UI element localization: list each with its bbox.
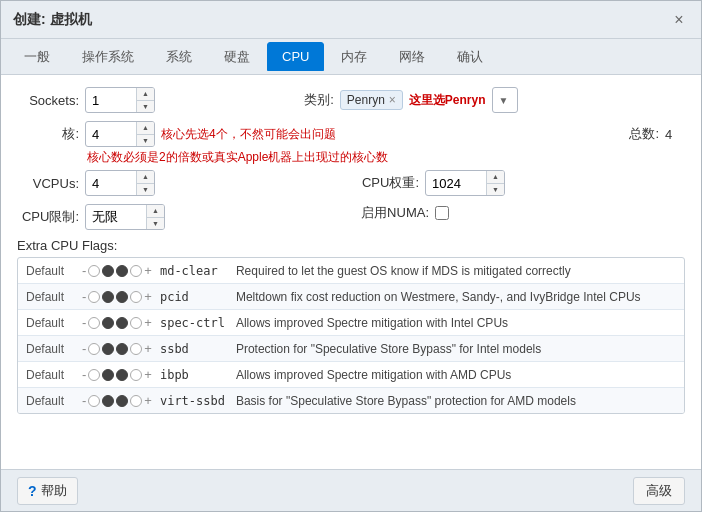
flag-circle-2-3[interactable] bbox=[130, 317, 142, 329]
flag-circle-2-2[interactable] bbox=[116, 317, 128, 329]
advanced-button[interactable]: 高级 bbox=[633, 477, 685, 505]
sockets-spin-down[interactable]: ▼ bbox=[137, 101, 154, 114]
sockets-category-row: Sockets: ▲ ▼ 类别: Penryn × 这里选Penryn bbox=[17, 87, 685, 113]
flag-circle-2-1[interactable] bbox=[102, 317, 114, 329]
tab-confirm[interactable]: 确认 bbox=[442, 41, 498, 73]
cores-row: 核: ▲ ▼ 核心先选4个，不然可能会出问题 总数: 4 核心数必须是2的倍数或… bbox=[17, 121, 685, 166]
flag-row-pcid: Default - + pcid Meltdown fix cost reduc… bbox=[18, 284, 684, 310]
flags-table-inner[interactable]: Default - + md-clear Required to let the… bbox=[18, 258, 684, 413]
cores-spinners: ▲ ▼ bbox=[136, 121, 154, 147]
vcpus-input[interactable] bbox=[86, 173, 136, 194]
flag-circle-4-2[interactable] bbox=[116, 369, 128, 381]
flag-desc-2: Allows improved Spectre mitigation with … bbox=[236, 316, 676, 330]
vcpus-spin-up[interactable]: ▲ bbox=[137, 170, 154, 184]
flag-name-4: ibpb bbox=[160, 368, 228, 382]
cpu-weight-spin-up[interactable]: ▲ bbox=[487, 170, 504, 184]
flag-circle-0-2[interactable] bbox=[116, 265, 128, 277]
penryn-remove-button[interactable]: × bbox=[389, 93, 396, 107]
vcpus-spin-down[interactable]: ▼ bbox=[137, 184, 154, 197]
cpu-limit-numa-row: CPU限制: ▲ ▼ 启用NUMA: bbox=[17, 204, 685, 230]
cores-annotation2: 核心数必须是2的倍数或真实Apple机器上出现过的核心数 bbox=[87, 149, 685, 166]
flag-circle-3-2[interactable] bbox=[116, 343, 128, 355]
flag-circle-5-3[interactable] bbox=[130, 395, 142, 407]
flag-name-0: md-clear bbox=[160, 264, 228, 278]
cpu-weight-input[interactable] bbox=[426, 173, 486, 194]
flag-row-md-clear: Default - + md-clear Required to let the… bbox=[18, 258, 684, 284]
numa-checkbox[interactable] bbox=[435, 206, 449, 220]
flag-circle-4-3[interactable] bbox=[130, 369, 142, 381]
flag-circle-3-1[interactable] bbox=[102, 343, 114, 355]
dialog-title: 创建: 虚拟机 bbox=[13, 11, 92, 29]
flag-default-0: Default bbox=[26, 264, 74, 278]
cpu-limit-group: CPU限制: ▲ ▼ bbox=[17, 204, 343, 230]
flag-circle-0-1[interactable] bbox=[102, 265, 114, 277]
cores-spin-down[interactable]: ▼ bbox=[137, 135, 154, 148]
tab-cpu[interactable]: CPU bbox=[267, 42, 324, 71]
flag-circle-2-0[interactable] bbox=[88, 317, 100, 329]
flag-default-2: Default bbox=[26, 316, 74, 330]
cpu-weight-label: CPU权重: bbox=[359, 174, 419, 192]
tab-network[interactable]: 网络 bbox=[384, 41, 440, 73]
flag-circle-1-0[interactable] bbox=[88, 291, 100, 303]
flag-default-4: Default bbox=[26, 368, 74, 382]
tab-memory[interactable]: 内存 bbox=[326, 41, 382, 73]
tab-general[interactable]: 一般 bbox=[9, 41, 65, 73]
flag-name-3: ssbd bbox=[160, 342, 228, 356]
flag-circle-1-1[interactable] bbox=[102, 291, 114, 303]
vcpus-label: VCPUs: bbox=[17, 176, 79, 191]
category-dropdown-button[interactable]: ▼ bbox=[492, 87, 518, 113]
flag-circle-1-3[interactable] bbox=[130, 291, 142, 303]
vcpus-spinners: ▲ ▼ bbox=[136, 170, 154, 196]
cpu-limit-spin-up[interactable]: ▲ bbox=[147, 204, 164, 218]
tab-system[interactable]: 系统 bbox=[151, 41, 207, 73]
category-label: 类别: bbox=[294, 91, 334, 109]
cpu-limit-spin-down[interactable]: ▼ bbox=[147, 218, 164, 231]
flag-circle-5-1[interactable] bbox=[102, 395, 114, 407]
help-button[interactable]: ? 帮助 bbox=[17, 477, 78, 505]
flag-desc-1: Meltdown fix cost reduction on Westmere,… bbox=[236, 290, 676, 304]
tab-os[interactable]: 操作系统 bbox=[67, 41, 149, 73]
cores-spin-up[interactable]: ▲ bbox=[137, 121, 154, 135]
flag-name-5: virt-ssbd bbox=[160, 394, 228, 408]
main-content: Sockets: ▲ ▼ 类别: Penryn × 这里选Penryn bbox=[1, 75, 701, 469]
cores-input[interactable] bbox=[86, 124, 136, 145]
flag-circle-5-0[interactable] bbox=[88, 395, 100, 407]
tab-bar: 一般 操作系统 系统 硬盘 CPU 内存 网络 确认 bbox=[1, 39, 701, 75]
sockets-group: Sockets: ▲ ▼ bbox=[17, 87, 278, 113]
close-button[interactable]: × bbox=[669, 10, 689, 30]
flag-circle-3-0[interactable] bbox=[88, 343, 100, 355]
cpu-weight-spin-down[interactable]: ▼ bbox=[487, 184, 504, 197]
flag-toggle-5: - + bbox=[82, 393, 152, 408]
cpu-weight-spinners: ▲ ▼ bbox=[486, 170, 504, 196]
flag-desc-0: Required to let the guest OS know if MDS… bbox=[236, 264, 676, 278]
flags-table: Default - + md-clear Required to let the… bbox=[17, 257, 685, 414]
cores-annotation: 核心先选4个，不然可能会出问题 bbox=[161, 126, 336, 143]
flag-circle-0-0[interactable] bbox=[88, 265, 100, 277]
numa-group: 启用NUMA: bbox=[359, 204, 685, 222]
cores-label: 核: bbox=[17, 125, 79, 143]
flag-circle-3-3[interactable] bbox=[130, 343, 142, 355]
cpu-limit-input[interactable] bbox=[86, 207, 146, 228]
penryn-tag: Penryn × bbox=[340, 90, 403, 110]
flag-toggle-2: - + bbox=[82, 315, 152, 330]
flag-toggle-0: - + bbox=[82, 263, 152, 278]
flag-row-ssbd: Default - + ssbd Protection for "Specula… bbox=[18, 336, 684, 362]
flag-circle-5-2[interactable] bbox=[116, 395, 128, 407]
flag-default-3: Default bbox=[26, 342, 74, 356]
flag-name-1: pcid bbox=[160, 290, 228, 304]
sockets-label: Sockets: bbox=[17, 93, 79, 108]
flag-toggle-3: - + bbox=[82, 341, 152, 356]
sockets-input[interactable] bbox=[86, 90, 136, 111]
footer: ? 帮助 高级 bbox=[1, 469, 701, 511]
tab-disk[interactable]: 硬盘 bbox=[209, 41, 265, 73]
cpu-limit-input-box: ▲ ▼ bbox=[85, 204, 165, 230]
category-annotation: 这里选Penryn bbox=[409, 92, 486, 109]
flag-circle-4-1[interactable] bbox=[102, 369, 114, 381]
flag-circle-4-0[interactable] bbox=[88, 369, 100, 381]
total-value: 4 bbox=[665, 127, 685, 142]
flag-circle-1-2[interactable] bbox=[116, 291, 128, 303]
sockets-spin-up[interactable]: ▲ bbox=[137, 87, 154, 101]
flag-circle-0-3[interactable] bbox=[130, 265, 142, 277]
title-bar: 创建: 虚拟机 × bbox=[1, 1, 701, 39]
flag-row-ibpb: Default - + ibpb Allows improved Spectre… bbox=[18, 362, 684, 388]
